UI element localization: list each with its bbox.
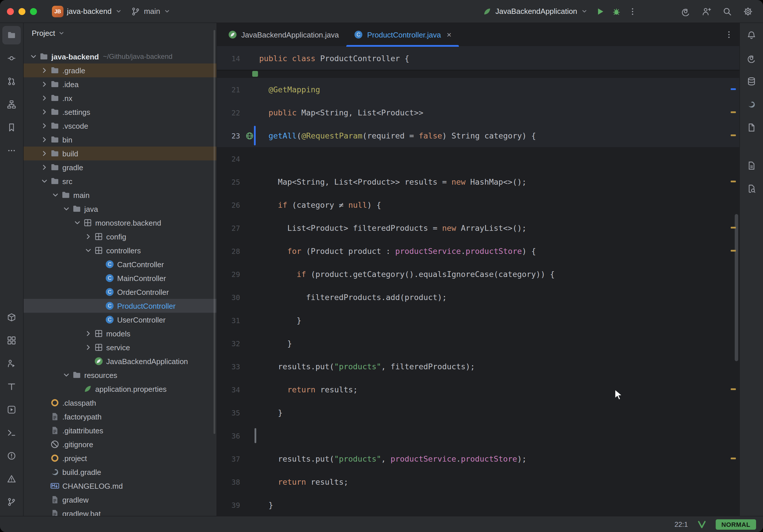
- code-text[interactable]: if (category ≠ null) {: [259, 193, 381, 216]
- dependencies-button[interactable]: [742, 157, 761, 175]
- line-number[interactable]: 21: [217, 85, 240, 94]
- tree-item-bin[interactable]: bin: [24, 133, 216, 147]
- folded-region[interactable]: [217, 70, 739, 78]
- code-text[interactable]: if (product.getCategory().equalsIgnoreCa…: [259, 263, 555, 286]
- tree-item-models[interactable]: models: [24, 327, 216, 341]
- ai-assistant-button[interactable]: [742, 49, 761, 67]
- tree-item-monostore-backend[interactable]: monostore.backend: [24, 216, 216, 230]
- chevron-right-icon[interactable]: [39, 121, 49, 130]
- line-number[interactable]: 30: [217, 293, 240, 301]
- tree-item-controllers[interactable]: controllers: [24, 244, 216, 257]
- problems-button[interactable]: [2, 447, 21, 465]
- branch-selector[interactable]: main: [127, 4, 175, 18]
- code-text[interactable]: public class ProductController {: [259, 47, 409, 70]
- vim-mode-badge[interactable]: NORMAL: [716, 519, 756, 529]
- tree-item-settings[interactable]: .settings: [24, 105, 216, 119]
- find-button[interactable]: [742, 179, 761, 198]
- caret-position-widget[interactable]: 22:1: [674, 520, 688, 528]
- tree-item-gradle[interactable]: gradle: [24, 160, 216, 174]
- tree-item-main[interactable]: main: [24, 188, 216, 202]
- analysis-stripe-mark[interactable]: [731, 388, 736, 390]
- tree-item-build[interactable]: build: [24, 147, 216, 160]
- chevron-right-icon[interactable]: [83, 329, 93, 338]
- more-run-actions-button[interactable]: [624, 3, 641, 19]
- tree-item-factorypath[interactable]: .factorypath: [24, 410, 216, 424]
- tree-item-javabackendapplication[interactable]: JavaBackendApplication: [24, 354, 216, 368]
- analysis-stripe-mark[interactable]: [731, 458, 736, 459]
- tree-item-productcontroller[interactable]: CProductController: [24, 299, 216, 313]
- project-selector[interactable]: JB java-backend: [47, 3, 127, 19]
- tree-item-classpath[interactable]: .classpath: [24, 396, 216, 410]
- line-number[interactable]: 38: [217, 478, 240, 486]
- code-text[interactable]: filteredProducts.add(product);: [259, 286, 447, 309]
- code-text[interactable]: getAll(@RequestParam(required = false) S…: [259, 124, 536, 147]
- zoom-window-button[interactable]: [30, 8, 37, 15]
- chevron-right-icon[interactable]: [39, 149, 49, 158]
- chevron-right-icon[interactable]: [39, 66, 49, 75]
- code-with-me-button[interactable]: [698, 3, 714, 19]
- tree-item-cartcontroller[interactable]: CCartController: [24, 257, 216, 271]
- commit-button[interactable]: [2, 49, 21, 67]
- todo-button[interactable]: [2, 377, 21, 396]
- gradle-button[interactable]: [742, 95, 761, 114]
- chevron-right-icon[interactable]: [83, 232, 93, 241]
- tree-item-nx[interactable]: .nx: [24, 91, 216, 105]
- project-panel-header[interactable]: Project: [24, 23, 216, 43]
- code-text[interactable]: List<Product> filteredProducts = new Arr…: [259, 216, 527, 240]
- code-text[interactable]: }: [259, 309, 301, 332]
- build-button[interactable]: [2, 308, 21, 327]
- chevron-down-icon[interactable]: [28, 52, 38, 61]
- ideavim-icon[interactable]: [697, 520, 707, 529]
- line-number[interactable]: 23: [217, 131, 240, 140]
- chevron-down-icon[interactable]: [39, 176, 49, 186]
- line-number[interactable]: 25: [217, 177, 240, 186]
- code-text[interactable]: @GetMapping: [259, 78, 320, 101]
- line-number[interactable]: 26: [217, 200, 240, 209]
- line-number[interactable]: 27: [217, 224, 240, 232]
- tree-item-gradle[interactable]: .gradle: [24, 63, 216, 77]
- profiler-button[interactable]: [2, 354, 21, 373]
- line-number[interactable]: 29: [217, 270, 240, 278]
- tree-item-usercontroller[interactable]: CUserController: [24, 313, 216, 327]
- chevron-down-icon[interactable]: [50, 190, 60, 200]
- tree-item-ordercontroller[interactable]: COrderController: [24, 285, 216, 299]
- chevron-right-icon[interactable]: [39, 80, 49, 89]
- analysis-stripe-mark[interactable]: [731, 88, 736, 90]
- project-button[interactable]: [2, 26, 21, 45]
- tree-item-src[interactable]: src: [24, 174, 216, 188]
- tree-item-gitignore[interactable]: .gitignore: [24, 437, 216, 451]
- tree-item-maincontroller[interactable]: CMainController: [24, 271, 216, 285]
- database-button[interactable]: [742, 72, 761, 91]
- analysis-stripe-mark[interactable]: [731, 135, 736, 136]
- analysis-stripe-mark[interactable]: [731, 111, 736, 113]
- pull-requests-button[interactable]: [2, 72, 21, 91]
- chevron-right-icon[interactable]: [39, 107, 49, 117]
- line-number[interactable]: 28: [217, 247, 240, 255]
- chevron-right-icon[interactable]: [83, 343, 93, 352]
- tree-item-project[interactable]: .project: [24, 451, 216, 465]
- notifications-button[interactable]: [742, 26, 761, 45]
- tree-item-service[interactable]: service: [24, 341, 216, 354]
- maven-button[interactable]: [742, 118, 761, 137]
- line-number[interactable]: 33: [217, 362, 240, 371]
- line-number[interactable]: 34: [217, 385, 240, 394]
- analysis-stripe-mark[interactable]: [731, 227, 736, 229]
- chevron-down-icon[interactable]: [61, 371, 71, 380]
- tree-item-resources[interactable]: resources: [24, 368, 216, 382]
- tree-item-config[interactable]: config: [24, 230, 216, 244]
- line-number[interactable]: 37: [217, 454, 240, 463]
- code-text[interactable]: results.put("products", filteredProducts…: [259, 355, 475, 378]
- tree-item-java[interactable]: java: [24, 202, 216, 216]
- code-text[interactable]: return results;: [259, 470, 348, 493]
- code-text[interactable]: return results;: [259, 378, 358, 401]
- version-control-button[interactable]: [2, 493, 21, 511]
- line-number[interactable]: 22: [217, 108, 240, 117]
- code-text[interactable]: public Map<String, List<Product>>: [259, 101, 423, 124]
- tree-item-gradlew-bat[interactable]: gradlew.bat: [24, 507, 216, 516]
- chevron-down-icon[interactable]: [72, 218, 82, 227]
- plugins-button[interactable]: [2, 331, 21, 350]
- tab-options-button[interactable]: [724, 30, 733, 39]
- bookmarks-button[interactable]: [2, 118, 21, 137]
- tree-item-changelog-md[interactable]: CHANGELOG.md: [24, 479, 216, 493]
- line-number[interactable]: 14: [217, 54, 240, 62]
